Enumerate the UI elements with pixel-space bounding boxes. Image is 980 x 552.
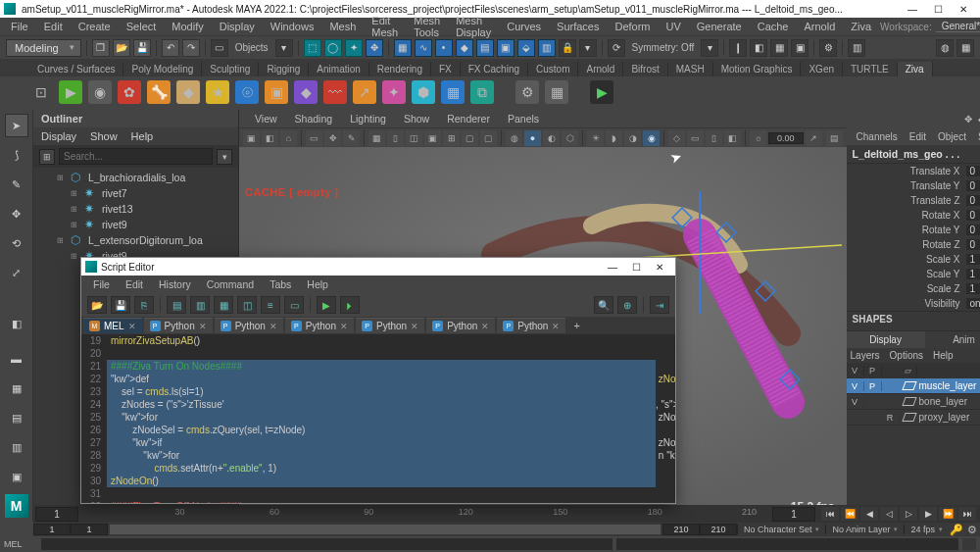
menu-select[interactable]: Select <box>120 20 164 33</box>
layout-out-icon[interactable]: ▣ <box>5 465 28 488</box>
last-tool[interactable]: ◧ <box>5 312 28 335</box>
vp-film-gate-icon[interactable]: ▯ <box>387 130 404 146</box>
shelf-tab-poly-modeling[interactable]: Poly Modeling <box>123 62 202 76</box>
menu-create[interactable]: Create <box>72 20 118 33</box>
outliner-item[interactable]: ⊞✷rivet9 <box>33 217 238 232</box>
channel-value[interactable]: 0 <box>966 180 980 191</box>
step-back-button[interactable]: ◀ <box>860 507 878 521</box>
se-execute-all-icon[interactable]: ⏵ <box>340 296 360 314</box>
select-mask-dropdown[interactable]: ▾ <box>275 39 293 57</box>
symmetry-dropdown[interactable]: ▾ <box>701 39 718 57</box>
move-tool-icon[interactable]: ✥ <box>366 39 383 57</box>
outliner-item[interactable]: ⊞✷rivet13 <box>33 201 238 217</box>
se-menu-file[interactable]: File <box>85 277 118 291</box>
menu-edit[interactable]: Edit <box>37 20 70 33</box>
range-start-inner[interactable]: 1 <box>71 524 108 535</box>
character-set-dropdown[interactable]: No Character Set <box>737 525 826 534</box>
menu-ziva[interactable]: Ziva <box>844 20 878 33</box>
se-menu-tabs[interactable]: Tabs <box>262 277 299 291</box>
outliner-item[interactable]: ⊞✷rivet7 <box>33 185 238 201</box>
vp-xray-joints-icon[interactable]: ▯ <box>706 130 722 146</box>
play-back-button[interactable]: ◁ <box>880 507 898 521</box>
menu-edit-mesh[interactable]: Edit Mesh <box>365 14 405 39</box>
render-settings-icon[interactable]: ⚙ <box>819 39 837 57</box>
menu-uv[interactable]: UV <box>660 20 688 33</box>
channel-row[interactable]: Scale Z1 <box>847 281 980 296</box>
shelf-tab-sculpting[interactable]: Sculpting <box>202 62 259 76</box>
vp-image-plane-icon[interactable]: ▭ <box>306 130 322 146</box>
vp-bookmark-icon[interactable]: ◧ <box>262 130 278 146</box>
channel-value[interactable]: 0 <box>966 210 980 221</box>
channel-row[interactable]: Rotate Y0 <box>847 223 980 237</box>
shelf-tab-animation[interactable]: Animation <box>309 62 368 76</box>
panel-layout-icon[interactable]: ▥ <box>848 39 865 57</box>
se-tab-2[interactable]: PPython✕ <box>215 318 283 333</box>
shelf-tab-motion-graphics[interactable]: Motion Graphics <box>713 62 802 76</box>
channel-row[interactable]: Rotate Z0 <box>847 237 980 252</box>
symmetry-label[interactable]: Symmetry: Off <box>628 42 699 53</box>
se-tab-close[interactable]: ✕ <box>340 322 348 331</box>
range-slider[interactable]: 1 1 210 210 No Character Set No Anim Lay… <box>33 523 980 536</box>
open-scene-icon[interactable]: 📂 <box>113 39 130 57</box>
ziva-solver-icon[interactable]: ▦ <box>441 80 465 104</box>
menu-windows[interactable]: Windows <box>264 20 321 33</box>
shelf-tab-fx-caching[interactable]: FX Caching <box>461 62 528 76</box>
layers-menu[interactable]: Layers <box>851 350 880 361</box>
shelf-tab-rigging[interactable]: Rigging <box>259 62 309 76</box>
new-scene-icon[interactable]: ❐ <box>92 39 110 57</box>
snap-toggle-icon[interactable]: ⬙ <box>517 39 535 57</box>
se-save-all-icon[interactable]: ⎘ <box>134 296 154 314</box>
layer-playback-toggle[interactable]: P <box>864 381 882 391</box>
layout-four-icon[interactable]: ▦ <box>5 376 28 400</box>
menu-generate[interactable]: Generate <box>690 20 749 33</box>
menu-modify[interactable]: Modify <box>165 20 210 33</box>
layer-name[interactable]: proxy_layer <box>900 412 980 423</box>
outliner-help-menu[interactable]: Help <box>131 130 154 142</box>
ziva-play-icon[interactable]: ▶ <box>590 80 613 104</box>
goto-end-button[interactable]: ⏭ <box>958 507 976 521</box>
channel-row[interactable]: Visibilityon <box>847 296 980 311</box>
outliner-display-menu[interactable]: Display <box>41 130 76 142</box>
lasso-tool[interactable]: ⟆ <box>5 143 28 167</box>
workspace-dropdown[interactable]: General* <box>936 21 980 32</box>
se-clear-history-icon[interactable]: ▥ <box>190 296 210 314</box>
display-layer-row[interactable]: Rproxy_layer <box>847 410 980 426</box>
se-search-icon[interactable]: 🔍 <box>594 296 613 314</box>
snap-grid-icon[interactable]: ▦ <box>394 39 412 57</box>
layer-ref-toggle[interactable]: R <box>882 413 900 423</box>
vp-color-mgmt-icon[interactable]: ▤ <box>826 130 843 146</box>
select-tool[interactable]: ➤ <box>5 114 28 137</box>
script-editor-maximize[interactable]: ☐ <box>624 262 648 273</box>
channel-row[interactable]: Scale Y1 <box>847 267 980 281</box>
window-close-button[interactable]: ✕ <box>951 4 976 15</box>
vp-lights-icon[interactable]: ☀ <box>587 130 604 146</box>
paint-select-icon[interactable]: ✦ <box>345 39 363 57</box>
ziva-cache-icon[interactable]: ⧉ <box>470 80 494 104</box>
vp-xray-icon[interactable]: ▭ <box>687 130 704 146</box>
se-menu-help[interactable]: Help <box>299 277 336 291</box>
vp-smooth-shade-icon[interactable]: ● <box>524 130 541 146</box>
vp-wire-on-shaded-icon[interactable]: ⬡ <box>562 130 578 146</box>
channel-value[interactable]: 1 <box>966 269 980 279</box>
rotate-tool[interactable]: ⟲ <box>5 231 28 255</box>
expand-icon[interactable]: ⊞ <box>57 174 67 182</box>
vp-2d-pan-icon[interactable]: ✥ <box>324 130 341 146</box>
se-load-icon[interactable]: 📂 <box>87 296 107 314</box>
snap-live-icon[interactable]: ▣ <box>497 39 514 57</box>
channel-row[interactable]: Translate Y0 <box>847 178 980 193</box>
paint-tool[interactable]: ✎ <box>5 173 28 196</box>
time-current-start[interactable]: 1 <box>35 507 78 522</box>
window-maximize-button[interactable]: ☐ <box>925 4 951 15</box>
vp-xray-comp-icon[interactable]: ◧ <box>724 130 741 146</box>
shelf-tab-bifrost[interactable]: Bifrost <box>623 62 667 76</box>
ziva-link-icon[interactable]: ⦾ <box>235 80 259 104</box>
render-icon[interactable]: ▦ <box>770 39 788 57</box>
layer-tab-display[interactable]: Display <box>847 331 925 348</box>
save-scene-icon[interactable]: 💾 <box>133 39 151 57</box>
menu-cache[interactable]: Cache <box>751 20 796 33</box>
layer-name[interactable]: muscle_layer <box>900 380 980 391</box>
ziva-bone-icon[interactable]: 🦴 <box>147 80 171 104</box>
expand-icon[interactable]: ⊞ <box>71 205 80 214</box>
vp-camera-icon[interactable]: ⌂ <box>280 130 297 146</box>
vp-safe-title-icon[interactable]: ▢ <box>480 130 497 146</box>
